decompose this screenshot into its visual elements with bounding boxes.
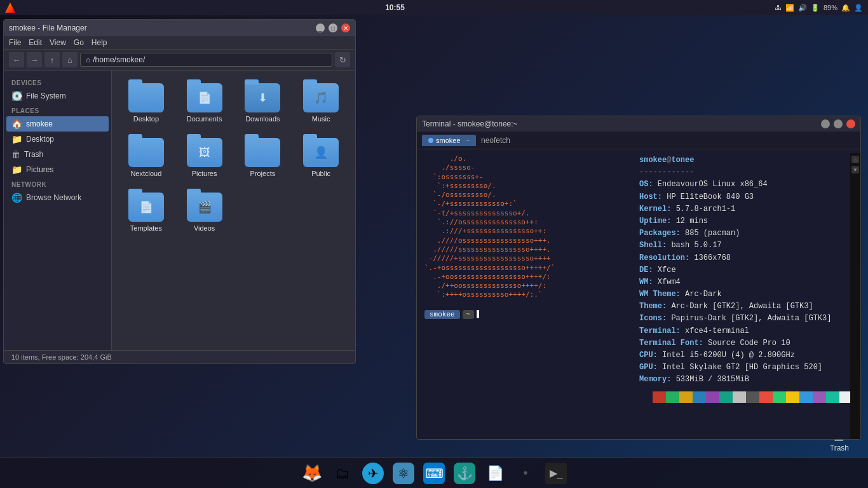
term-side-down-btn[interactable]: ▼ (851, 166, 859, 173)
info-kernel-row: Kernel: 5.7.8-arch1-1 (639, 203, 853, 215)
fm-menu-file[interactable]: File (9, 38, 21, 47)
term-tab-bar: smokee ~ neofetch (417, 132, 860, 149)
prompt-cursor: ▌ (477, 310, 481, 319)
term-side-home-btn[interactable]: ⌂ (851, 156, 859, 163)
network-section-label: NETWORK (4, 177, 111, 190)
folder-item-projects[interactable]: Projects (236, 133, 290, 182)
term-tab-1[interactable]: smokee ~ (422, 135, 476, 146)
color-swatch (799, 391, 813, 403)
taskbar-firefox[interactable]: 🦊 (298, 459, 326, 487)
vscode-icon: ⌨ (423, 463, 445, 484)
taskbar-separator: • (512, 459, 539, 487)
fm-up-button[interactable]: ↑ (44, 52, 60, 67)
panel-right: 🖧 📶 🔊 🔋 89% 🔔 👤 (775, 4, 863, 12)
folder-item-templates[interactable]: 📄 Templates (119, 187, 173, 237)
nextcloud-folder-icon-graphic (128, 138, 164, 167)
taskbar-notes[interactable]: 📄 (481, 459, 509, 487)
fm-menu-help[interactable]: Help (92, 38, 107, 47)
battery-icon: 🔋 (811, 4, 820, 12)
kernel-label: Kernel: (639, 205, 671, 214)
firefox-icon: 🦊 (301, 463, 323, 484)
fm-maximize-button[interactable]: □ (329, 24, 337, 32)
de-value: Xfce (658, 266, 676, 274)
term-minimize-button[interactable] (821, 119, 830, 128)
cpu-value: Intel i5-6200U (4) @ 2.800GHz (662, 351, 795, 360)
fm-menu-go[interactable]: Go (74, 38, 84, 47)
folder-item-videos[interactable]: 🎬 Videos (178, 187, 231, 237)
terminal-font-value: Source Code Pro 10 (708, 339, 790, 348)
info-separator: ------------ (639, 166, 853, 179)
pictures-folder-icon-graphic: 🖼 (187, 138, 222, 167)
template-icon: 📄 (139, 200, 153, 214)
neofetch-ascii-art: ./o. ./sssso- `:osssssss+- `:+sssssssso/… (424, 154, 624, 300)
folder-item-pictures[interactable]: 🖼 Pictures (178, 133, 231, 182)
prompt-user-badge: smokee (424, 310, 460, 319)
folder-item-public[interactable]: 👤 Public (294, 133, 348, 182)
taskbar-file-manager[interactable]: 🗂 (329, 459, 356, 487)
folder-label-music: Music (312, 115, 330, 123)
fm-back-button[interactable]: ← (9, 52, 24, 67)
public-folder-icon-graphic: 👤 (303, 138, 339, 167)
color-swatch (639, 391, 653, 403)
sidebar-label-desktop: Desktop (26, 135, 54, 144)
info-user: smokee (639, 156, 667, 165)
fm-menu-view[interactable]: View (50, 38, 66, 47)
packages-value: 885 (pacman) (685, 229, 740, 238)
fm-minimize-button[interactable]: _ (316, 24, 325, 32)
sidebar-item-pictures[interactable]: 📁 Pictures (4, 162, 111, 177)
hdd-icon: 💽 (11, 91, 22, 101)
info-gpu-row: GPU: Intel Skylake GT2 [HD Graphics 520] (639, 362, 853, 374)
fm-path-bar[interactable]: ⌂ /home/smokee/ (80, 53, 332, 67)
color-swatch (719, 391, 733, 403)
folder-item-nextcloud[interactable]: Nextcloud (119, 133, 173, 182)
folder-item-documents[interactable]: 📄 Documents (178, 78, 231, 128)
notes-icon: 📄 (484, 463, 506, 484)
sidebar-item-trash[interactable]: 🗑 Trash (4, 147, 111, 162)
gpu-value: Intel Skylake GT2 [HD Graphics 520] (662, 363, 822, 372)
fm-menu-edit[interactable]: Edit (29, 38, 42, 47)
folder-label-pictures: Pictures (192, 170, 217, 177)
sidebar-item-browse-network[interactable]: 🌐 Browse Network (4, 190, 111, 205)
gpu-label: GPU: (639, 363, 658, 372)
fm-home-button[interactable]: ⌂ (62, 52, 78, 67)
sidebar-item-filesystem[interactable]: 💽 File System (4, 88, 111, 104)
color-swatch (773, 391, 786, 403)
taskbar-terminal[interactable]: ▶_ (542, 459, 570, 487)
fm-titlebar: smokee - File Manager _ □ ✕ (4, 20, 355, 36)
wm-theme-value: Arc-Dark (685, 290, 722, 299)
fm-toolbar: ← → ↑ ⌂ ⌂ /home/smokee/ ↻ (4, 50, 355, 71)
taskbar-gitkraken[interactable]: ⚓ (451, 459, 478, 487)
sidebar-label-smokee: smokee (26, 119, 53, 128)
folder-item-desktop[interactable]: Desktop (119, 78, 173, 128)
sidebar-item-desktop[interactable]: 📁 Desktop (4, 132, 111, 147)
desktop-folder-icon: 📁 (11, 134, 22, 144)
terminal-value: xfce4-terminal (685, 327, 749, 336)
taskbar-vscode[interactable]: ⌨ (420, 459, 448, 487)
fm-close-button[interactable]: ✕ (341, 24, 350, 32)
color-swatch (653, 391, 666, 403)
folder-item-music[interactable]: 🎵 Music (294, 78, 348, 128)
info-de-row: DE: Xfce (639, 264, 853, 276)
term-maximize-button[interactable] (834, 119, 843, 128)
term-close-button[interactable] (846, 119, 855, 128)
taskbar-telegram[interactable]: ✈ (359, 459, 387, 487)
term-titlebar: Terminal - smokee@tonee:~ (417, 116, 860, 132)
sidebar-item-smokee[interactable]: 🏠 smokee (6, 116, 109, 132)
color-swatch (746, 391, 759, 403)
folder-label-templates: Templates (130, 224, 162, 232)
fm-refresh-button[interactable]: ↻ (335, 52, 350, 67)
term-window-controls (821, 119, 855, 128)
uptime-value: 12 mins (676, 217, 708, 226)
info-icons-row: Icons: Papirus-Dark [GTK2], Adwaita [GTK… (639, 313, 853, 325)
folder-label-projects: Projects (250, 170, 276, 177)
info-shell-row: Shell: bash 5.0.17 (639, 240, 853, 252)
documents-folder-icon-graphic: 📄 (187, 83, 222, 112)
info-host: tonee (671, 156, 694, 165)
taskbar-atom[interactable]: ⚛ (390, 459, 417, 487)
pictures-folder-icon: 📁 (11, 165, 22, 175)
fm-forward-button[interactable]: → (27, 52, 42, 67)
color-swatch (786, 391, 799, 403)
panel-clock: 10:55 (385, 3, 405, 12)
folder-item-downloads[interactable]: ⬇ Downloads (236, 78, 290, 128)
os-value: EndeavourOS Linux x86_64 (658, 180, 768, 189)
